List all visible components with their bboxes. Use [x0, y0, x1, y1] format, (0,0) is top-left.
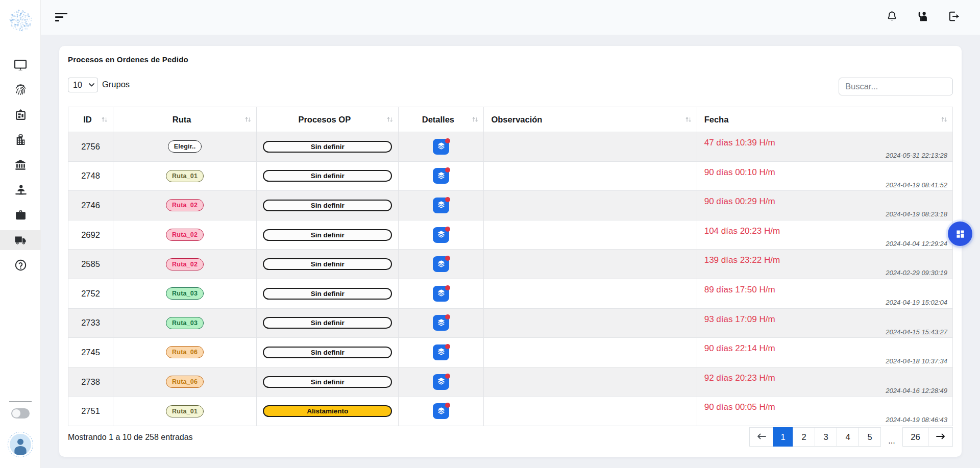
ruta-pill[interactable]: Ruta_02 [166, 258, 204, 270]
cell-procesos: Sin definir [257, 279, 399, 308]
notification-dot [445, 197, 450, 202]
ruta-pill[interactable]: Ruta_06 [166, 376, 204, 388]
ruta-pill[interactable]: Ruta_03 [166, 317, 204, 329]
pagination-page-26[interactable]: 26 [902, 427, 928, 447]
ruta-pill[interactable]: Ruta_02 [166, 199, 204, 211]
layers-icon [437, 230, 446, 240]
proceso-button[interactable]: Sin definir [263, 170, 392, 182]
proceso-button[interactable]: Sin definir [263, 347, 392, 358]
column-header-fecha[interactable]: Fecha [697, 107, 952, 132]
fecha-dias: 139 días 23:22 H/m [704, 255, 952, 265]
proceso-button[interactable]: Sin definir [263, 229, 392, 241]
proceso-button[interactable]: Sin definir [263, 376, 392, 388]
column-header-obs[interactable]: Observación [484, 107, 697, 132]
fecha-dias: 90 días 22:14 H/m [704, 343, 952, 354]
pagination-page-5[interactable]: 5 [859, 427, 881, 447]
topbar-notifications-button[interactable] [886, 10, 898, 24]
cell-ruta: Ruta_06 [113, 338, 257, 367]
cell-procesos: Sin definir [257, 367, 399, 397]
fecha-timestamp: 2024-05-31 22:13:28 [697, 152, 947, 159]
layers-icon [437, 288, 446, 299]
proceso-button[interactable]: Sin definir [263, 200, 392, 211]
sidebar-item-help[interactable] [0, 253, 41, 278]
proceso-button[interactable]: Alistamiento [263, 405, 392, 417]
sidebar-item-transport[interactable] [0, 228, 41, 253]
ruta-pill[interactable]: Ruta_01 [166, 405, 204, 417]
ruta-pill[interactable]: Ruta_03 [166, 287, 204, 300]
table-header: ID Ruta Procesos OP Detalles Observación… [68, 107, 953, 132]
search-input[interactable] [839, 78, 953, 95]
theme-toggle[interactable] [11, 408, 30, 418]
pagination-prev-button[interactable] [749, 427, 773, 447]
sidebar-item-bank[interactable] [0, 153, 41, 178]
table-controls: 10 Grupos [68, 78, 953, 96]
ruta-pill[interactable]: Elegir.. [168, 140, 202, 153]
bell-icon [886, 10, 898, 24]
topbar-logout-button[interactable] [948, 10, 960, 24]
sidebar-item-board[interactable] [0, 103, 41, 128]
app-logo-icon[interactable] [9, 9, 33, 33]
sort-icon [940, 115, 948, 124]
fab-dashboard-button[interactable] [948, 221, 972, 246]
notification-dot [445, 314, 450, 319]
sidebar [0, 0, 41, 468]
sidebar-item-monitor[interactable] [0, 53, 41, 78]
pagination-next-button[interactable] [928, 427, 953, 447]
help-circle-icon [14, 259, 27, 272]
notification-dot [445, 256, 450, 261]
sidebar-item-company[interactable] [0, 128, 41, 153]
ruta-pill[interactable]: Ruta_01 [166, 170, 204, 182]
proceso-button[interactable]: Sin definir [263, 141, 392, 153]
cell-id: 2585 [68, 250, 113, 279]
cell-id: 2692 [68, 220, 113, 250]
cell-ruta: Ruta_06 [113, 367, 257, 397]
table-row: 2745 Ruta_06 Sin definir 90 días 22:14 H… [68, 338, 953, 367]
sidebar-item-operator[interactable] [0, 178, 41, 203]
ruta-pill[interactable]: Ruta_06 [166, 346, 204, 358]
cell-id: 2748 [68, 161, 113, 191]
cell-id: 2746 [68, 191, 113, 220]
topbar [41, 0, 980, 35]
cell-ruta: Ruta_03 [113, 308, 257, 338]
column-header-id[interactable]: ID [68, 107, 113, 132]
layers-icon [437, 141, 446, 152]
proceso-button[interactable]: Sin definir [263, 288, 392, 300]
table-row: 2738 Ruta_06 Sin definir 92 días 20:23 H… [68, 367, 953, 397]
cell-fecha: 47 días 10:39 H/m 2024-05-31 22:13:28 [697, 132, 952, 162]
pagination-page-3[interactable]: 3 [815, 427, 837, 447]
page-length-select[interactable]: 10 [68, 78, 98, 92]
cell-detalles [399, 338, 484, 367]
topbar-support-button[interactable] [917, 10, 929, 24]
cell-fecha: 90 días 22:14 H/m 2024-04-18 10:37:34 [697, 338, 952, 367]
user-avatar[interactable] [8, 432, 33, 457]
fecha-dias: 47 días 10:39 H/m [704, 138, 952, 148]
logout-icon [948, 10, 960, 24]
sidebar-item-briefcase[interactable] [0, 203, 41, 228]
fecha-dias: 90 días 00:05 H/m [704, 402, 952, 412]
column-header-det[interactable]: Detalles [399, 107, 484, 132]
cell-procesos: Sin definir [257, 308, 399, 338]
pagination-ellipsis: ... [881, 436, 902, 447]
cell-fecha: 93 días 17:09 H/m 2024-04-15 15:43:27 [697, 308, 952, 338]
sidebar-item-fingerprint[interactable] [0, 78, 41, 103]
pagination-page-2[interactable]: 2 [793, 427, 815, 447]
cell-observacion [484, 132, 697, 162]
proceso-button[interactable]: Sin definir [263, 258, 392, 270]
page-title: Procesos en Ordenes de Pedido [68, 55, 188, 64]
proceso-button[interactable]: Sin definir [263, 317, 392, 329]
menu-lines-icon[interactable] [55, 13, 67, 21]
pagination-page-1[interactable]: 1 [773, 427, 793, 447]
column-header-proc[interactable]: Procesos OP [257, 107, 399, 132]
cell-observacion [484, 367, 697, 397]
cell-ruta: Ruta_01 [113, 397, 257, 426]
pagination-page-4[interactable]: 4 [837, 427, 859, 447]
cell-ruta: Ruta_02 [113, 191, 257, 220]
ruta-pill[interactable]: Ruta_02 [166, 229, 204, 241]
column-label: Detalles [422, 115, 454, 124]
table-body: 2756 Elegir.. Sin definir 47 días 10:39 … [68, 132, 953, 426]
page-length-label: Grupos [102, 80, 130, 89]
fecha-timestamp: 2024-04-19 08:23:18 [697, 210, 947, 218]
fecha-timestamp: 2024-04-15 15:43:27 [697, 328, 947, 336]
column-header-ruta[interactable]: Ruta [113, 107, 257, 132]
column-label: Fecha [704, 115, 729, 124]
